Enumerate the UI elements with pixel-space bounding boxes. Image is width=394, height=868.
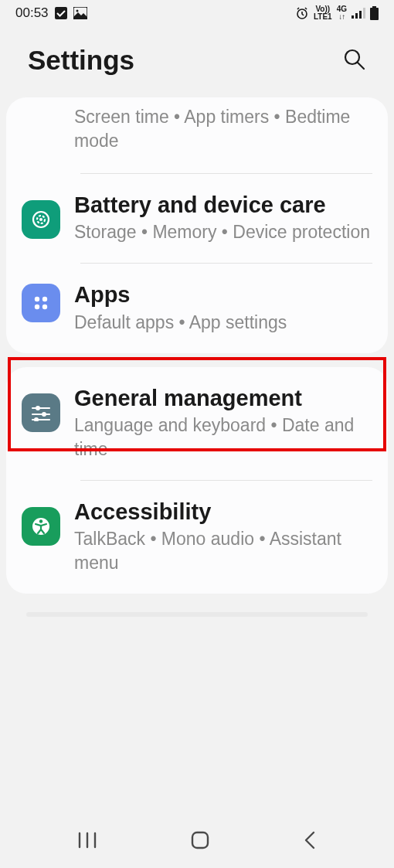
status-time: 00:53: [15, 5, 49, 21]
item-title: Accessibility: [74, 498, 372, 526]
item-title: Battery and device care: [74, 191, 372, 219]
item-subtitle: TalkBack • Mono audio • Assistant menu: [74, 527, 372, 575]
page-title: Settings: [28, 45, 134, 76]
volte-indicator: Vo)) LTE1: [314, 5, 332, 21]
accessibility-icon: [22, 507, 60, 546]
svg-point-15: [35, 297, 39, 301]
signal-icon: [352, 8, 365, 19]
svg-point-14: [39, 218, 42, 221]
search-icon: [343, 48, 366, 71]
general-management-icon: [22, 393, 60, 432]
item-title: General management: [74, 384, 372, 412]
home-icon: [190, 830, 210, 850]
device-care-icon: [22, 200, 60, 239]
item-subtitle: Language and keyboard • Date and time: [74, 414, 372, 461]
settings-item-apps[interactable]: Apps Default apps • App settings: [6, 264, 388, 352]
svg-rect-7: [363, 8, 365, 19]
network-gen-indicator: 4G ↓↑: [337, 5, 347, 21]
item-subtitle: Storage • Memory • Device protection: [74, 220, 372, 244]
svg-point-2: [76, 10, 78, 12]
item-subtitle: Screen time • App timers • Bedtime mode: [74, 105, 372, 153]
settings-item-general-management[interactable]: General management Language and keyboard…: [6, 367, 388, 480]
svg-point-20: [36, 406, 40, 410]
nav-back-button[interactable]: [290, 818, 329, 865]
status-bar: 00:53 Vo)) LTE1 4G ↓↑: [0, 0, 394, 26]
item-title: Apps: [74, 281, 372, 308]
settings-item-digital-wellbeing[interactable]: Screen time • App timers • Bedtime mode: [6, 97, 388, 173]
svg-point-22: [42, 412, 46, 417]
gallery-icon: [73, 7, 87, 19]
status-right: Vo)) LTE1 4G ↓↑: [295, 5, 379, 21]
svg-rect-0: [55, 7, 67, 19]
settings-list: Screen time • App timers • Bedtime mode …: [0, 97, 394, 617]
svg-point-24: [34, 417, 39, 421]
svg-rect-6: [359, 11, 362, 19]
svg-point-16: [42, 297, 47, 301]
settings-item-battery-device-care[interactable]: Battery and device care Storage • Memory…: [6, 174, 388, 263]
recents-icon: [77, 832, 97, 849]
nav-recents-button[interactable]: [65, 819, 110, 863]
scrollbar-hint: [26, 612, 368, 617]
svg-rect-9: [370, 8, 379, 20]
svg-rect-30: [192, 832, 208, 848]
svg-point-18: [42, 305, 47, 309]
svg-rect-4: [352, 15, 354, 19]
svg-point-17: [35, 305, 39, 309]
settings-card: General management Language and keyboard…: [6, 367, 388, 594]
back-icon: [303, 830, 317, 850]
alarm-icon: [295, 6, 309, 20]
settings-card: Screen time • App timers • Bedtime mode …: [6, 97, 388, 353]
status-left: 00:53: [15, 5, 87, 21]
item-subtitle: Default apps • App settings: [74, 311, 372, 335]
svg-line-11: [358, 63, 364, 69]
svg-rect-5: [355, 13, 358, 19]
navigation-bar: [0, 814, 394, 868]
checkbox-icon: [55, 7, 67, 19]
settings-item-accessibility[interactable]: Accessibility TalkBack • Mono audio • As…: [6, 481, 388, 594]
apps-icon: [22, 284, 60, 322]
search-button[interactable]: [343, 48, 366, 73]
app-header: Settings: [0, 26, 394, 97]
svg-point-26: [39, 519, 42, 523]
nav-home-button[interactable]: [178, 818, 222, 865]
svg-rect-8: [372, 6, 376, 8]
battery-icon: [370, 6, 379, 20]
